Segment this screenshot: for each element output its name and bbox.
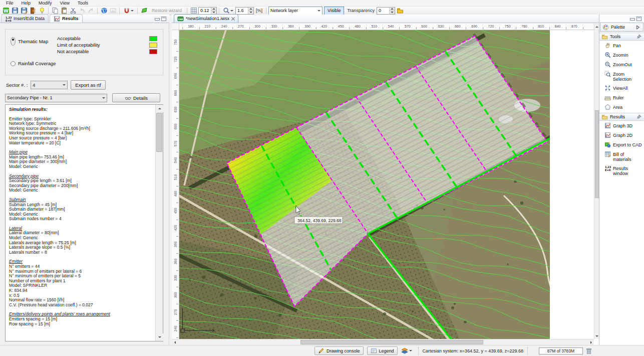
magnifier-button[interactable] — [221, 7, 235, 15]
grid-button[interactable] — [189, 7, 198, 15]
palette-item-area[interactable]: Area — [599, 102, 644, 112]
palette-item-zoom-selection[interactable]: Zoom Selection — [599, 69, 644, 83]
scroll-right-icon[interactable] — [588, 339, 594, 345]
layers-dropdown-button[interactable] — [401, 347, 412, 354]
restore-wizard-button[interactable]: Restore wizard — [149, 8, 185, 13]
wizard-button[interactable]: W — [2, 7, 10, 15]
map-vertical-scrollbar[interactable] — [594, 24, 599, 339]
google-earth-button[interactable] — [100, 7, 108, 15]
transparency-stepper[interactable]: 0 — [377, 7, 395, 15]
palette-section-results[interactable]: Results — [599, 113, 644, 121]
zoom-step-value[interactable]: 1.6 — [236, 8, 248, 14]
palette-item-graph-2d[interactable]: Graph 2D — [599, 130, 644, 140]
scroll-down-icon[interactable] — [156, 333, 163, 341]
palette-item-bill-of-materials[interactable]: Bill of materials — [599, 149, 644, 163]
tips-bulb-button[interactable] — [38, 7, 46, 15]
menu-file[interactable]: File — [2, 0, 18, 7]
scroll-up-icon[interactable] — [156, 105, 163, 112]
drawing-console-button[interactable]: Drawing console — [314, 346, 364, 355]
palette-item-zoomout[interactable]: ZoomOut — [599, 60, 644, 69]
spinner-buttons[interactable] — [248, 8, 253, 14]
magnet-button[interactable] — [122, 7, 135, 15]
trash-icon[interactable] — [585, 347, 592, 354]
scrollbar-thumb[interactable] — [156, 113, 162, 152]
palette-header[interactable]: Palette — [600, 23, 643, 32]
palette-item-ruler[interactable]: Ruler — [599, 93, 644, 102]
editor-tab[interactable]: CAD *newSimulation1.iwsx — [174, 14, 238, 23]
close-icon[interactable] — [231, 17, 235, 21]
scrollbar-thumb[interactable] — [300, 340, 483, 344]
transparency-value[interactable]: 0 — [377, 8, 389, 14]
export-rtf-button[interactable]: Export as rtf — [71, 80, 105, 90]
details-button[interactable]: Details — [112, 93, 160, 102]
palette-item-pan[interactable]: Pan — [599, 41, 644, 50]
aerial-map[interactable]: 364.52, 439.69, 229.68 — [179, 30, 550, 339]
pipe-select[interactable]: Secondary Pipe - Nr. 1 — [5, 94, 107, 102]
layer-folder-button[interactable] — [396, 7, 404, 15]
undo-button[interactable] — [78, 7, 86, 15]
menu-help[interactable]: Help — [18, 0, 35, 7]
menu-bar: FileHelpModifyViewTools — [0, 0, 644, 7]
save-button[interactable] — [11, 7, 19, 15]
ruler-label: 750 — [505, 25, 511, 28]
grid-icon — [190, 7, 197, 14]
map-horizontal-scrollbar[interactable] — [172, 339, 594, 345]
layer-select[interactable]: Network layer — [268, 7, 323, 15]
maximize-view-button[interactable] — [636, 17, 641, 21]
thematic-map-radio[interactable]: Thematic Map — [11, 37, 48, 46]
map-type-groupbox: Thematic Map Rainfall Coverage Acceptabl… — [5, 29, 163, 75]
minimize-view-button[interactable] — [154, 17, 159, 21]
menu-modify[interactable]: Modify — [35, 0, 56, 7]
redo-button[interactable] — [87, 7, 95, 15]
copy-button[interactable] — [51, 7, 59, 15]
tab-results[interactable]: Results — [50, 14, 83, 23]
grid-size-stepper[interactable]: 0.12 — [198, 7, 217, 15]
save-as-button[interactable] — [20, 7, 28, 15]
scrollbar-thumb[interactable] — [595, 110, 599, 198]
menu-tools[interactable]: Tools — [74, 0, 92, 7]
pin-icon[interactable] — [635, 114, 642, 120]
rainfall-coverage-radio[interactable]: Rainfall Coverage — [11, 61, 56, 66]
legend-window-icon — [371, 347, 377, 354]
ruler-label: 690 — [174, 73, 177, 79]
svg-text:CAD: CAD — [178, 18, 183, 20]
palette-item-graph-3d[interactable]: Graph 3D — [599, 121, 644, 130]
zoom-step-stepper[interactable]: 1.6 — [235, 7, 254, 15]
results-line: C.V. (Pressure head variation coeff.) = … — [9, 303, 153, 308]
copy-icon — [52, 7, 59, 14]
scroll-left-icon[interactable] — [172, 339, 178, 345]
tab-insert-edit-data[interactable]: 1,23E+03 Insert/Edit Data — [1, 14, 49, 23]
menu-view[interactable]: View — [56, 0, 74, 7]
export-image-button[interactable] — [109, 7, 117, 15]
exit-door-button[interactable] — [29, 7, 37, 15]
ruler-label: 270 — [174, 309, 177, 315]
ruler-label: 600 — [174, 124, 177, 130]
folder-icon — [601, 34, 608, 40]
palette-section-tools[interactable]: Tools — [599, 33, 644, 41]
spinner-buttons[interactable] — [389, 8, 395, 14]
map-canvas[interactable]: 364.52, 439.69, 229.68 — [179, 30, 594, 339]
cut-button[interactable] — [69, 7, 77, 15]
visible-toggle[interactable]: Visible — [324, 7, 344, 15]
bill-of-materials-icon — [604, 151, 611, 157]
svg-text:E+03: E+03 — [605, 168, 611, 171]
legend-button[interactable]: Legend — [367, 346, 398, 355]
palette-item-viewall[interactable]: ViewAll — [599, 83, 644, 93]
results-line: Row spacing = 15 [m] — [9, 322, 153, 327]
pin-icon[interactable] — [635, 34, 642, 40]
palette-item-results-window[interactable]: 1,23E+03Results window — [599, 163, 644, 177]
results-scrollbar[interactable] — [155, 105, 163, 341]
sector-area-button[interactable] — [140, 7, 148, 15]
results-title: Simulation results: — [9, 107, 153, 112]
pencil-icon — [318, 347, 325, 354]
sector-select[interactable]: 4 — [31, 81, 68, 89]
minimize-view-button[interactable] — [629, 17, 634, 21]
maximize-view-button[interactable] — [161, 17, 166, 21]
sector-label: Sector #. : — [6, 82, 28, 88]
palette-item-zoomin[interactable]: ZoomIn — [599, 50, 644, 60]
paste-button[interactable] — [60, 7, 68, 15]
grid-size-value[interactable]: 0.12 — [199, 8, 211, 14]
palette-item-export-to-cad[interactable]: Export to CAD — [599, 140, 644, 149]
spinner-buttons[interactable] — [211, 8, 216, 14]
ruler-label: 600 — [421, 25, 427, 28]
